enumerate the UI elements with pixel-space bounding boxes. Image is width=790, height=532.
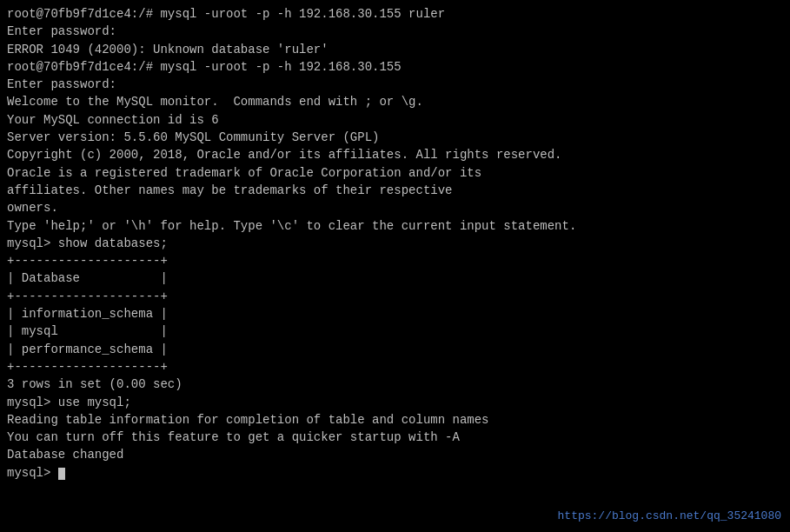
terminal-line: +--------------------+ <box>7 288 783 305</box>
terminal-line: Oracle is a registered trademark of Orac… <box>7 164 783 182</box>
terminal-line: | Database | <box>7 269 783 287</box>
terminal-line: Welcome to the MySQL monitor. Commands e… <box>7 93 783 110</box>
terminal-line: | mysql | <box>7 323 783 340</box>
terminal-line: Type 'help;' or '\h' for help. Type '\c'… <box>7 217 783 235</box>
terminal-line: Enter password: <box>7 76 783 93</box>
terminal-line: mysql> show databases; <box>7 235 783 252</box>
terminal-line: +--------------------+ <box>7 252 783 269</box>
terminal-line: You can turn off this feature to get a q… <box>7 429 783 446</box>
terminal-line: Copyright (c) 2000, 2018, Oracle and/or … <box>7 146 783 163</box>
terminal-line: root@70fb9f7d1ce4:/# mysql -uroot -p -h … <box>7 5 783 23</box>
terminal-line: Your MySQL connection id is 6 <box>7 111 783 129</box>
watermark: https://blog.csdn.net/qq_35241080 <box>558 509 781 525</box>
terminal-line: root@70fb9f7d1ce4:/# mysql -uroot -p -h … <box>7 58 783 76</box>
terminal-cursor <box>58 468 65 480</box>
terminal-line: affiliates. Other names may be trademark… <box>7 182 783 199</box>
terminal-line: ERROR 1049 (42000): Unknown database 'ru… <box>7 41 783 58</box>
terminal: root@70fb9f7d1ce4:/# mysql -uroot -p -h … <box>0 0 790 532</box>
terminal-line: Enter password: <box>7 23 783 40</box>
terminal-line: 3 rows in set (0.00 sec) <box>7 376 783 393</box>
terminal-line: mysql> use mysql; <box>7 394 783 411</box>
terminal-line: Database changed <box>7 446 783 463</box>
terminal-line: | performance_schema | <box>7 341 783 358</box>
terminal-line: owners. <box>7 199 783 216</box>
terminal-content: root@70fb9f7d1ce4:/# mysql -uroot -p -h … <box>7 5 783 482</box>
terminal-line: | information_schema | <box>7 305 783 323</box>
terminal-line: +--------------------+ <box>7 358 783 376</box>
terminal-line: Server version: 5.5.60 MySQL Community S… <box>7 129 783 146</box>
terminal-line: Reading table information for completion… <box>7 411 783 429</box>
terminal-line: mysql> <box>7 464 783 482</box>
